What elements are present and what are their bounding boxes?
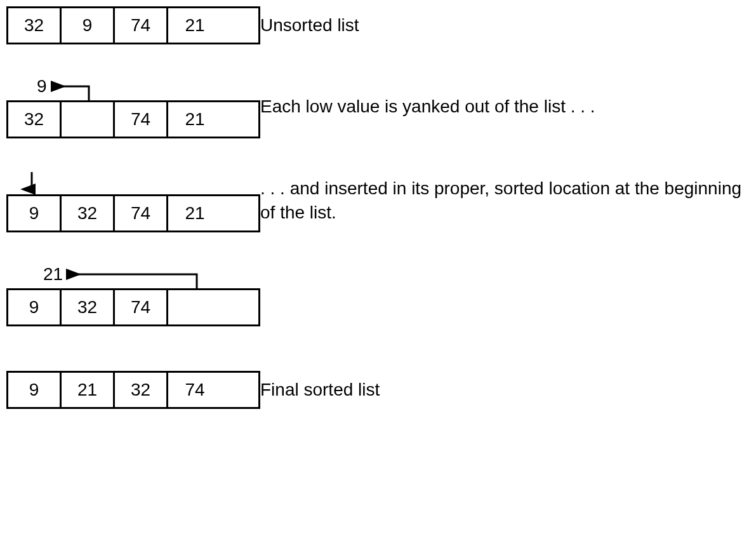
step-row: 9 32 74 21 . . . and inserted in its pro…: [6, 169, 750, 232]
array-cell: 74: [115, 102, 168, 137]
diagram-col: 9 21 32 74: [6, 371, 260, 409]
array-cell: 9: [62, 8, 115, 43]
array-cell: 32: [8, 102, 62, 137]
array-cell: 21: [168, 8, 222, 43]
step-description: Each low value is yanked out of the list…: [260, 95, 595, 119]
array-cell: [168, 290, 222, 324]
step-row: 9 21 32 74 Final sorted list: [6, 371, 750, 409]
array-cell: 9: [8, 373, 62, 407]
array-cell: 9: [8, 196, 62, 230]
arrow-icon: [6, 75, 133, 100]
array-cell: [62, 102, 115, 137]
diagram-col: 32 9 74 21: [6, 6, 260, 44]
array-cell: 21: [62, 373, 115, 407]
array-cell: 32: [8, 8, 62, 43]
array-cell: 32: [62, 290, 115, 324]
arrow-icon: [6, 169, 57, 194]
array-cell: 74: [115, 290, 168, 324]
array-box: 9 32 74 21: [6, 194, 260, 232]
array-box: 9 32 74: [6, 288, 260, 326]
diagram-col: 9 32 74 21: [6, 169, 260, 232]
diagram-col: 21 9 32 74: [6, 263, 260, 326]
step-description: Final sorted list: [260, 378, 380, 402]
yank-annotation: 21: [6, 263, 260, 288]
array-cell: 74: [115, 196, 168, 230]
array-box: 9 21 32 74: [6, 371, 260, 409]
array-cell: 74: [168, 373, 222, 407]
array-cell: 32: [115, 373, 168, 407]
array-cell: 74: [115, 8, 168, 43]
diagram-col: 9 32 74 21: [6, 75, 260, 138]
array-cell: 32: [62, 196, 115, 230]
array-cell: 9: [8, 290, 62, 324]
array-cell: 21: [168, 102, 222, 137]
step-row: 21 9 32 74: [6, 263, 750, 326]
step-description: Unsorted list: [260, 13, 359, 37]
array-cell: 21: [168, 196, 222, 230]
insert-annotation: [6, 169, 260, 194]
array-box: 32 9 74 21: [6, 6, 260, 44]
arrow-icon: [6, 263, 222, 288]
step-row: 9 32 74 21 Each low value is yanked out …: [6, 75, 750, 138]
step-row: 32 9 74 21 Unsorted list: [6, 6, 750, 44]
array-box: 32 74 21: [6, 100, 260, 138]
step-description: . . . and inserted in its proper, sorted…: [260, 177, 743, 225]
yank-annotation: 9: [6, 75, 260, 100]
